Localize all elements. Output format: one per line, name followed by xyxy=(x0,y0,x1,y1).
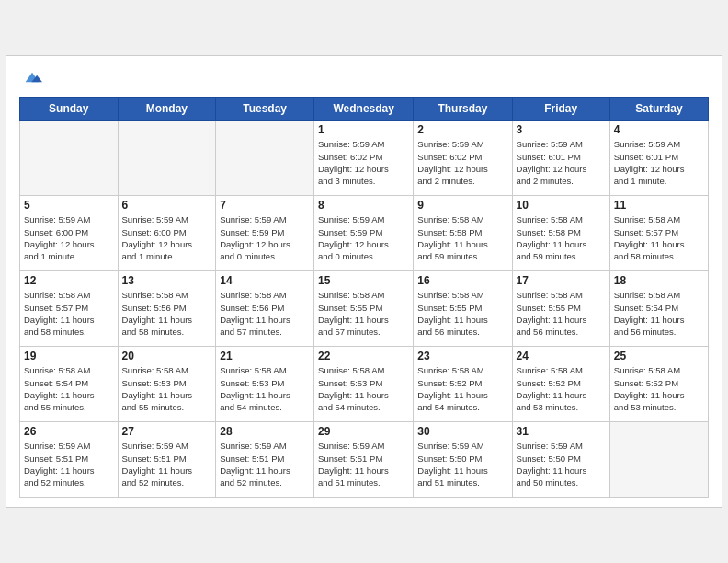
day-number: 23 xyxy=(417,350,507,362)
calendar-cell: 11Sunrise: 5:58 AM Sunset: 5:57 PM Dayli… xyxy=(609,196,708,271)
calendar-cell: 13Sunrise: 5:58 AM Sunset: 5:56 PM Dayli… xyxy=(118,271,216,347)
day-info: Sunrise: 5:59 AM Sunset: 6:00 PM Dayligh… xyxy=(24,213,114,262)
day-info: Sunrise: 5:59 AM Sunset: 5:59 PM Dayligh… xyxy=(220,213,310,262)
day-number: 22 xyxy=(318,350,409,362)
calendar-cell: 25Sunrise: 5:58 AM Sunset: 5:52 PM Dayli… xyxy=(609,347,708,422)
day-number: 2 xyxy=(417,123,507,136)
day-number: 1 xyxy=(318,123,409,136)
calendar-cell: 1Sunrise: 5:59 AM Sunset: 6:02 PM Daylig… xyxy=(314,121,414,196)
calendar-cell: 27Sunrise: 5:59 AM Sunset: 5:51 PM Dayli… xyxy=(118,422,216,498)
calendar-cell: 2Sunrise: 5:59 AM Sunset: 6:02 PM Daylig… xyxy=(414,121,512,196)
day-number: 25 xyxy=(614,350,704,362)
calendar-cell: 24Sunrise: 5:58 AM Sunset: 5:52 PM Dayli… xyxy=(512,347,609,422)
day-number: 26 xyxy=(24,425,114,438)
calendar-cell xyxy=(20,121,119,196)
calendar-cell: 30Sunrise: 5:59 AM Sunset: 5:50 PM Dayli… xyxy=(414,422,512,498)
calendar-cell: 26Sunrise: 5:59 AM Sunset: 5:51 PM Dayli… xyxy=(20,422,119,498)
weekday-header: Tuesday xyxy=(216,98,314,121)
calendar-cell: 28Sunrise: 5:59 AM Sunset: 5:51 PM Dayli… xyxy=(216,422,314,498)
day-info: Sunrise: 5:59 AM Sunset: 5:51 PM Dayligh… xyxy=(318,440,409,488)
calendar-cell: 4Sunrise: 5:59 AM Sunset: 6:01 PM Daylig… xyxy=(609,121,708,196)
weekday-header: Saturday xyxy=(609,98,708,121)
day-info: Sunrise: 5:58 AM Sunset: 5:55 PM Dayligh… xyxy=(517,289,606,338)
calendar-cell: 7Sunrise: 5:59 AM Sunset: 5:59 PM Daylig… xyxy=(216,196,314,271)
day-info: Sunrise: 5:59 AM Sunset: 5:51 PM Dayligh… xyxy=(24,440,114,488)
calendar-cell: 31Sunrise: 5:59 AM Sunset: 5:50 PM Dayli… xyxy=(512,422,609,498)
week-row: 26Sunrise: 5:59 AM Sunset: 5:51 PM Dayli… xyxy=(20,422,709,498)
logo-text xyxy=(19,67,42,92)
week-row: 19Sunrise: 5:58 AM Sunset: 5:54 PM Dayli… xyxy=(20,347,709,422)
day-info: Sunrise: 5:58 AM Sunset: 5:57 PM Dayligh… xyxy=(614,213,704,262)
day-info: Sunrise: 5:58 AM Sunset: 5:54 PM Dayligh… xyxy=(614,289,704,338)
calendar-cell: 20Sunrise: 5:58 AM Sunset: 5:53 PM Dayli… xyxy=(118,347,216,422)
calendar-cell: 3Sunrise: 5:59 AM Sunset: 6:01 PM Daylig… xyxy=(512,121,609,196)
day-number: 12 xyxy=(24,274,114,287)
day-number: 10 xyxy=(517,199,606,212)
day-number: 20 xyxy=(122,350,212,362)
calendar-header xyxy=(19,67,709,92)
day-info: Sunrise: 5:58 AM Sunset: 5:53 PM Dayligh… xyxy=(220,364,310,413)
weekday-header: Thursday xyxy=(414,98,512,121)
day-info: Sunrise: 5:58 AM Sunset: 5:56 PM Dayligh… xyxy=(122,289,212,338)
day-number: 31 xyxy=(517,425,606,438)
calendar-cell: 5Sunrise: 5:59 AM Sunset: 6:00 PM Daylig… xyxy=(20,196,119,271)
day-info: Sunrise: 5:59 AM Sunset: 5:51 PM Dayligh… xyxy=(220,440,310,488)
day-number: 16 xyxy=(417,274,507,287)
calendar-cell: 23Sunrise: 5:58 AM Sunset: 5:52 PM Dayli… xyxy=(414,347,512,422)
weekday-header-row: SundayMondayTuesdayWednesdayThursdayFrid… xyxy=(20,98,709,121)
calendar-cell: 9Sunrise: 5:58 AM Sunset: 5:58 PM Daylig… xyxy=(414,196,512,271)
day-number: 6 xyxy=(122,199,212,212)
day-info: Sunrise: 5:58 AM Sunset: 5:55 PM Dayligh… xyxy=(318,289,409,338)
day-number: 4 xyxy=(614,123,704,136)
day-info: Sunrise: 5:58 AM Sunset: 5:52 PM Dayligh… xyxy=(417,364,507,413)
day-info: Sunrise: 5:59 AM Sunset: 6:02 PM Dayligh… xyxy=(417,138,507,187)
calendar-cell xyxy=(609,422,708,498)
calendar-cell: 22Sunrise: 5:58 AM Sunset: 5:53 PM Dayli… xyxy=(314,347,414,422)
week-row: 5Sunrise: 5:59 AM Sunset: 6:00 PM Daylig… xyxy=(20,196,709,271)
day-info: Sunrise: 5:58 AM Sunset: 5:52 PM Dayligh… xyxy=(517,364,606,413)
weekday-header: Sunday xyxy=(20,98,119,121)
day-info: Sunrise: 5:59 AM Sunset: 6:01 PM Dayligh… xyxy=(614,138,704,187)
day-number: 21 xyxy=(220,350,310,362)
week-row: 12Sunrise: 5:58 AM Sunset: 5:57 PM Dayli… xyxy=(20,271,709,347)
day-info: Sunrise: 5:59 AM Sunset: 6:02 PM Dayligh… xyxy=(318,138,409,187)
day-number: 14 xyxy=(220,274,310,287)
calendar-cell: 6Sunrise: 5:59 AM Sunset: 6:00 PM Daylig… xyxy=(118,196,216,271)
day-info: Sunrise: 5:59 AM Sunset: 5:50 PM Dayligh… xyxy=(417,440,507,488)
day-number: 9 xyxy=(417,199,507,212)
day-number: 13 xyxy=(122,274,212,287)
calendar-cell: 15Sunrise: 5:58 AM Sunset: 5:55 PM Dayli… xyxy=(314,271,414,347)
day-number: 27 xyxy=(122,425,212,438)
day-info: Sunrise: 5:58 AM Sunset: 5:57 PM Dayligh… xyxy=(24,289,114,338)
calendar-cell: 29Sunrise: 5:59 AM Sunset: 5:51 PM Dayli… xyxy=(314,422,414,498)
day-number: 8 xyxy=(318,199,409,212)
calendar-cell: 19Sunrise: 5:58 AM Sunset: 5:54 PM Dayli… xyxy=(20,347,119,422)
logo-icon xyxy=(22,67,42,87)
calendar-cell: 14Sunrise: 5:58 AM Sunset: 5:56 PM Dayli… xyxy=(216,271,314,347)
day-number: 28 xyxy=(220,425,310,438)
day-number: 19 xyxy=(24,350,114,362)
day-info: Sunrise: 5:59 AM Sunset: 5:50 PM Dayligh… xyxy=(517,440,606,488)
day-number: 11 xyxy=(614,199,704,212)
weekday-header: Monday xyxy=(118,98,216,121)
day-info: Sunrise: 5:58 AM Sunset: 5:58 PM Dayligh… xyxy=(517,213,606,262)
day-number: 18 xyxy=(614,274,704,287)
day-number: 30 xyxy=(417,425,507,438)
day-info: Sunrise: 5:58 AM Sunset: 5:58 PM Dayligh… xyxy=(417,213,507,262)
calendar-cell: 12Sunrise: 5:58 AM Sunset: 5:57 PM Dayli… xyxy=(20,271,119,347)
calendar-table: SundayMondayTuesdayWednesdayThursdayFrid… xyxy=(19,97,709,498)
calendar-cell xyxy=(216,121,314,196)
calendar-cell xyxy=(118,121,216,196)
day-info: Sunrise: 5:58 AM Sunset: 5:55 PM Dayligh… xyxy=(417,289,507,338)
calendar-cell: 8Sunrise: 5:59 AM Sunset: 5:59 PM Daylig… xyxy=(314,196,414,271)
day-info: Sunrise: 5:59 AM Sunset: 6:01 PM Dayligh… xyxy=(517,138,606,187)
day-number: 29 xyxy=(318,425,409,438)
day-number: 24 xyxy=(517,350,606,362)
weekday-header: Friday xyxy=(512,98,609,121)
day-info: Sunrise: 5:59 AM Sunset: 5:51 PM Dayligh… xyxy=(122,440,212,488)
day-info: Sunrise: 5:59 AM Sunset: 5:59 PM Dayligh… xyxy=(318,213,409,262)
calendar-cell: 10Sunrise: 5:58 AM Sunset: 5:58 PM Dayli… xyxy=(512,196,609,271)
day-number: 15 xyxy=(318,274,409,287)
day-info: Sunrise: 5:58 AM Sunset: 5:52 PM Dayligh… xyxy=(614,364,704,413)
calendar-cell: 18Sunrise: 5:58 AM Sunset: 5:54 PM Dayli… xyxy=(609,271,708,347)
